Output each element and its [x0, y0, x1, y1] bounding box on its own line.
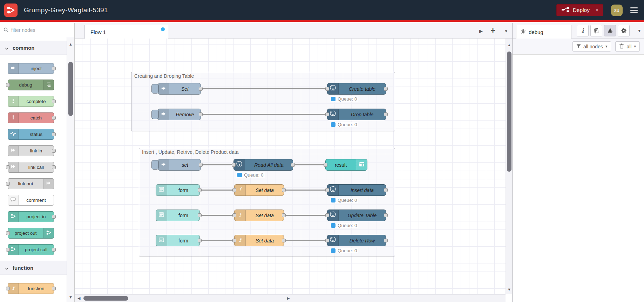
palette-category-common[interactable]: common: [0, 41, 67, 55]
tab-list-chevron-icon[interactable]: ▾: [505, 23, 507, 39]
node-input-port[interactable]: [325, 112, 329, 116]
palette-node-link-out[interactable]: link out: [8, 178, 54, 189]
node-input-port[interactable]: [325, 239, 329, 242]
wire-fn1-insert[interactable]: [286, 190, 325, 191]
node-output-port[interactable]: [282, 239, 286, 242]
palette-search[interactable]: [0, 23, 74, 37]
node-output-port[interactable]: [52, 287, 56, 290]
node-output-port[interactable]: [282, 188, 286, 192]
node-input-port[interactable]: [6, 165, 10, 169]
debug-filter-button[interactable]: all nodes ▾: [572, 41, 611, 52]
deploy-button[interactable]: Deploy ▾: [556, 4, 603, 16]
scroll-right-icon[interactable]: ▶: [75, 296, 502, 301]
flow-node-del[interactable]: Delete Row: [327, 235, 386, 246]
flow-node-form1[interactable]: form: [156, 184, 200, 196]
flow-node-update[interactable]: Update Table: [327, 210, 386, 221]
node-output-port[interactable]: [384, 188, 388, 192]
scroll-up-icon[interactable]: ▲: [507, 43, 511, 47]
scroll-down-icon[interactable]: ▼: [67, 295, 74, 299]
add-flow-button[interactable]: +: [490, 23, 495, 39]
node-output-port[interactable]: [384, 213, 388, 217]
node-input-port[interactable]: [6, 83, 10, 87]
node-output-port[interactable]: [199, 112, 203, 116]
node-output-port[interactable]: [52, 215, 56, 219]
deploy-chevron-icon[interactable]: ▾: [593, 8, 598, 13]
wire-form1-fn1[interactable]: [202, 190, 232, 191]
flow-node-form2[interactable]: form: [156, 210, 200, 221]
palette-node-comment[interactable]: comment: [8, 195, 54, 206]
node-input-port[interactable]: [232, 188, 236, 192]
flow-node-result[interactable]: result: [325, 159, 367, 171]
node-input-port[interactable]: [6, 182, 10, 186]
inject-button[interactable]: [151, 160, 159, 170]
node-output-port[interactable]: [198, 213, 202, 217]
wire-form3-fn3[interactable]: [202, 240, 232, 241]
wire-remove-drop[interactable]: [203, 114, 325, 115]
palette-node-status[interactable]: status: [8, 129, 54, 140]
flow-node-set2[interactable]: set: [158, 159, 201, 171]
palette-node-project-call[interactable]: project call: [8, 244, 54, 255]
wire-readall-result[interactable]: [295, 164, 324, 165]
node-output-port[interactable]: [52, 132, 56, 136]
node-input-port[interactable]: [6, 287, 10, 290]
debug-messages-panel[interactable]: [513, 55, 644, 302]
palette-scrollbar-thumb[interactable]: [68, 62, 73, 116]
flow-node-form3[interactable]: form: [156, 235, 200, 246]
palette-node-link-in[interactable]: link in: [8, 145, 54, 156]
flow-node-insert[interactable]: Insert data: [327, 184, 386, 196]
palette-category-function[interactable]: function: [0, 261, 67, 275]
node-output-port[interactable]: [52, 116, 56, 120]
node-output-port[interactable]: [199, 87, 203, 91]
node-input-port[interactable]: [232, 213, 236, 217]
node-input-port[interactable]: [232, 239, 236, 242]
scroll-down-icon[interactable]: ▼: [507, 287, 511, 291]
vertical-scrollbar-thumb[interactable]: [507, 52, 511, 172]
node-input-port[interactable]: [325, 213, 329, 217]
tab-flow-1[interactable]: Flow 1: [84, 25, 168, 39]
flow-node-remove[interactable]: Remove: [158, 109, 201, 120]
flow-node-readall[interactable]: Read All data: [233, 159, 293, 171]
debug-clear-button[interactable]: all ▾: [615, 41, 640, 52]
next-tab-button[interactable]: ▶: [479, 23, 483, 39]
node-output-port[interactable]: [199, 163, 203, 167]
user-avatar[interactable]: su: [611, 5, 623, 16]
node-output-port[interactable]: [52, 99, 56, 103]
palette-node-link-call[interactable]: link call: [8, 162, 54, 173]
sidebar-menu-chevron-icon[interactable]: ▾: [638, 28, 640, 33]
inject-button[interactable]: [151, 110, 159, 119]
node-output-port[interactable]: [282, 213, 286, 217]
node-input-port[interactable]: [325, 188, 329, 192]
debug-tab-button[interactable]: [604, 25, 616, 36]
info-tab-button[interactable]: i: [577, 25, 589, 36]
flow-node-fn3[interactable]: fSet data: [234, 235, 284, 246]
wire-form2-fn2[interactable]: [202, 215, 232, 216]
node-output-port[interactable]: [384, 87, 388, 91]
node-output-port[interactable]: [384, 112, 388, 116]
node-output-port[interactable]: [52, 67, 56, 70]
palette-node-inject[interactable]: inject: [8, 63, 54, 74]
flow-canvas[interactable]: Creating and Droping TableInsert , Updat…: [75, 39, 506, 294]
help-book-icon[interactable]: [590, 25, 602, 36]
node-output-port[interactable]: [52, 248, 56, 252]
settings-gear-icon[interactable]: [618, 25, 630, 36]
wire-fn3-del[interactable]: [286, 240, 325, 241]
node-input-port[interactable]: [232, 163, 236, 167]
flow-node-drop[interactable]: Drop table: [327, 109, 386, 120]
flow-node-create[interactable]: Create table: [327, 83, 386, 95]
scroll-up-icon[interactable]: ▲: [67, 42, 74, 46]
palette-node-project-in[interactable]: project in: [8, 211, 54, 222]
node-output-port[interactable]: [384, 239, 388, 242]
flow-node-fn1[interactable]: fSet data: [234, 184, 284, 196]
palette-node-catch[interactable]: catch: [8, 112, 54, 123]
node-input-port[interactable]: [325, 87, 329, 91]
node-output-port[interactable]: [52, 149, 56, 153]
tab-debug[interactable]: debug: [516, 25, 571, 39]
wire-fn2-update[interactable]: [286, 215, 325, 216]
wire-set1-create[interactable]: [203, 88, 325, 89]
main-menu-icon[interactable]: [630, 6, 638, 15]
node-input-port[interactable]: [6, 231, 10, 235]
node-output-port[interactable]: [291, 163, 295, 167]
wire-set2-readall[interactable]: [203, 164, 232, 165]
node-input-port[interactable]: [324, 163, 327, 167]
node-input-port[interactable]: [6, 248, 10, 252]
